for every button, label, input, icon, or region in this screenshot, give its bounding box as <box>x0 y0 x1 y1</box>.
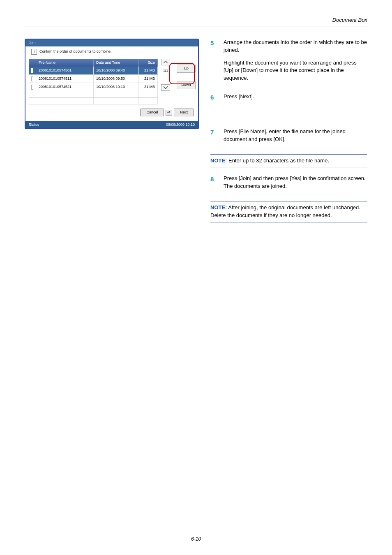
page-footer: 6-10 <box>0 533 392 543</box>
panel-content: File Name Date and Time Size 20081010105… <box>25 59 198 121</box>
table-row[interactable]: 2008101010574501 10/10/2008 09:40 21 MB <box>29 67 158 75</box>
step-number: 7 <box>210 128 216 148</box>
grid-header: File Name Date and Time Size <box>29 59 158 67</box>
page-header-title: Document Box <box>332 17 367 23</box>
note-text: Enter up to 32 characters as the file na… <box>227 157 329 164</box>
col-datetime: Date and Time <box>94 59 139 67</box>
page-header: Document Box <box>25 16 367 26</box>
next-button[interactable]: Next <box>174 109 194 116</box>
panel-title: Join <box>25 39 198 46</box>
status-bar: Status 08/08/2009 10:10 <box>25 121 198 128</box>
step-5: 5 Arrange the documents into the order i… <box>210 39 367 87</box>
panel-instruction-row: i Confirm the order of documents to comb… <box>25 46 198 59</box>
panel-footer: Cancel ↵ Next <box>25 106 198 118</box>
status-time: 08/08/2009 10:10 <box>166 122 195 127</box>
file-grid: File Name Date and Time Size 20081010105… <box>29 59 158 104</box>
document-icon <box>31 76 33 81</box>
join-panel: Join i Confirm the order of documents to… <box>25 39 199 129</box>
table-row[interactable]: 2008101010574511 10/10/2008 09:50 21 MB <box>29 75 158 83</box>
document-icon <box>31 85 33 90</box>
panel-instruction: Confirm the order of documents to combin… <box>39 49 112 54</box>
note-1: NOTE: Enter up to 32 characters as the f… <box>210 154 367 168</box>
col-size: Size <box>139 59 158 67</box>
cancel-button[interactable]: Cancel <box>140 109 164 116</box>
note-text: After joining, the original documents ar… <box>210 204 360 218</box>
note-label: NOTE: <box>210 204 227 210</box>
document-icon <box>31 68 33 73</box>
screenshot-column: Join i Confirm the order of documents to… <box>25 39 199 129</box>
table-row[interactable] <box>29 98 158 104</box>
step-8: 8 Press [Join] and then press [Yes] in t… <box>210 175 367 195</box>
table-row[interactable] <box>29 91 158 98</box>
grid-body: 2008101010574501 10/10/2008 09:40 21 MB … <box>29 67 158 104</box>
step-text: Press [Next]. <box>224 93 367 101</box>
status-label: Status <box>29 122 39 127</box>
main-columns: Join i Confirm the order of documents to… <box>25 39 367 230</box>
step-text: Press [File Name], enter the file name f… <box>224 128 367 143</box>
down-button[interactable]: Down <box>177 81 196 89</box>
page-indicator: 1/1 <box>161 65 170 77</box>
step-6: 6 Press [Next]. <box>210 93 367 106</box>
step-text: Highlight the document you want to rearr… <box>224 59 367 83</box>
table-row[interactable]: 2008101010574521 10/10/2008 10:10 21 MB <box>29 83 158 91</box>
scroll-up-button[interactable] <box>161 59 170 65</box>
step-text: Press [Join] and then press [Yes] in the… <box>224 175 367 190</box>
note-label: NOTE: <box>210 157 227 164</box>
note-2: NOTE: After joining, the original docume… <box>210 201 367 222</box>
step-7: 7 Press [File Name], enter the file name… <box>210 128 367 148</box>
scroll-down-button[interactable] <box>161 84 170 91</box>
step-number: 6 <box>210 93 216 106</box>
page-number: 6-10 <box>191 536 201 542</box>
col-name: File Name <box>36 59 94 67</box>
enter-icon: ↵ <box>166 110 172 116</box>
instruction-column: 5 Arrange the documents into the order i… <box>210 39 367 230</box>
step-number: 5 <box>210 39 216 87</box>
info-icon: i <box>31 49 37 55</box>
step-number: 8 <box>210 175 216 195</box>
step-text: Arrange the documents into the order in … <box>224 39 367 54</box>
up-button[interactable]: Up <box>177 65 196 73</box>
